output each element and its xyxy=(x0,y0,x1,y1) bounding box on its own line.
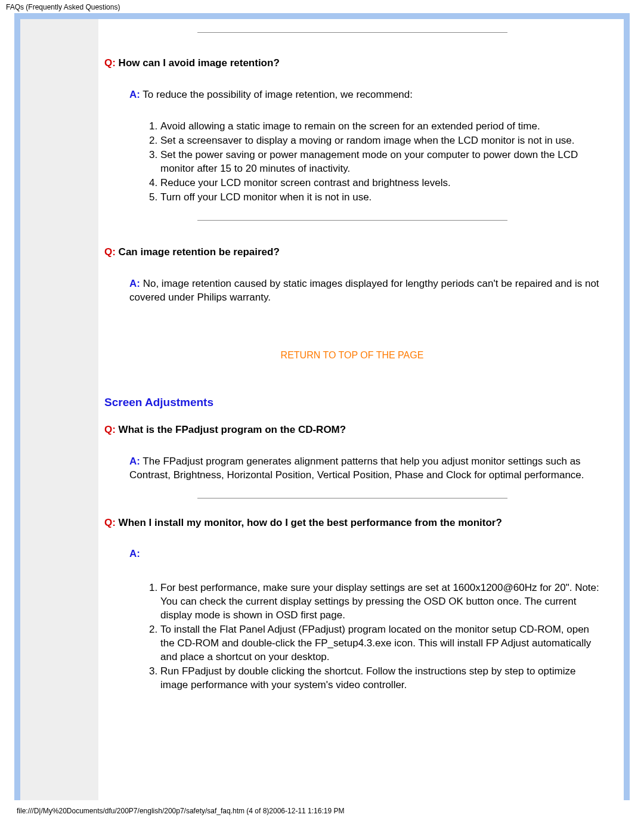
faq-question: Q: When I install my monitor, how do I g… xyxy=(104,516,600,530)
content-area: Q: How can I avoid image retention? A: T… xyxy=(98,19,624,800)
faq-question: Q: What is the FPadjust program on the C… xyxy=(104,423,600,437)
q-prefix: Q: xyxy=(104,517,116,528)
left-sidebar xyxy=(20,19,98,800)
faq-answer: A: No, image retention caused by static … xyxy=(129,277,600,305)
a-prefix: A: xyxy=(129,456,140,467)
faq-answer: A: To reduce the possibility of image re… xyxy=(129,88,600,102)
list-item: Turn off your LCD monitor when it is not… xyxy=(160,191,600,205)
footer-status-line: file:///D|/My%20Documents/dfu/200P7/engl… xyxy=(0,800,644,816)
q-text: When I install my monitor, how do I get … xyxy=(116,517,502,528)
a-prefix: A: xyxy=(129,89,140,100)
list-item: Run FPadjust by double clicking the shor… xyxy=(160,665,600,692)
q-text: How can I avoid image retention? xyxy=(116,57,280,69)
q-prefix: Q: xyxy=(104,57,116,69)
return-to-top-link[interactable]: RETURN TO TOP OF THE PAGE xyxy=(104,349,600,362)
a-text: The FPadjust program generates alignment… xyxy=(129,456,584,481)
section-heading: Screen Adjustments xyxy=(104,395,600,410)
q-prefix: Q: xyxy=(104,246,116,258)
divider xyxy=(197,32,507,33)
list-item: For best performance, make sure your dis… xyxy=(160,581,600,623)
page-header-title: FAQs (Frequently Asked Questions) xyxy=(0,0,644,13)
divider xyxy=(197,498,507,498)
q-prefix: Q: xyxy=(104,424,116,435)
a-text: No, image retention caused by static ima… xyxy=(129,278,599,303)
outer-frame: Q: How can I avoid image retention? A: T… xyxy=(14,13,630,800)
inner-frame: Q: How can I avoid image retention? A: T… xyxy=(20,19,624,800)
a-text: To reduce the possibility of image reten… xyxy=(140,89,413,100)
list-item: To install the Flat Panel Adjust (FPadju… xyxy=(160,623,600,664)
list-item: Reduce your LCD monitor screen contrast … xyxy=(160,176,600,190)
q-text: What is the FPadjust program on the CD-R… xyxy=(116,424,346,435)
a-prefix-standalone: A: xyxy=(129,547,600,561)
a-prefix: A: xyxy=(129,278,140,289)
faq-answer: A: The FPadjust program generates alignm… xyxy=(129,455,600,482)
faq-question: Q: How can I avoid image retention? xyxy=(104,57,600,70)
list-item: Avoid allowing a static image to remain … xyxy=(160,120,600,134)
faq-question: Q: Can image retention be repaired? xyxy=(104,246,600,259)
q-text: Can image retention be repaired? xyxy=(116,246,280,258)
list-item: Set a screensaver to display a moving or… xyxy=(160,134,600,148)
faq-answer-list: For best performance, make sure your dis… xyxy=(144,581,600,692)
list-item: Set the power saving or power management… xyxy=(160,148,600,176)
faq-answer-list: Avoid allowing a static image to remain … xyxy=(144,120,600,205)
divider xyxy=(197,220,507,221)
